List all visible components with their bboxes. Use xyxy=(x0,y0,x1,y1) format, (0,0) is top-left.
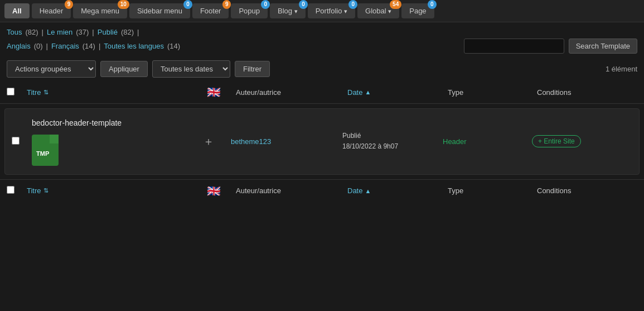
table-row: bedoctor-header-template TMP ＋ betheme12… xyxy=(4,108,640,175)
footer-checkbox-cell xyxy=(7,186,27,195)
title-sort-icon: ⇅ xyxy=(43,89,49,96)
row-checkbox-cell xyxy=(12,137,32,146)
footer-author-column-header: Auteur/autrice xyxy=(236,186,347,195)
footer-title-column-header[interactable]: Titre ⇅ xyxy=(27,186,191,195)
footer-select-all-checkbox[interactable] xyxy=(7,186,14,194)
action-bar: Actions groupées Appliquer Toutes les da… xyxy=(0,57,644,81)
global-badge: 54 xyxy=(390,0,401,9)
popup-label: Popup xyxy=(239,7,260,15)
mega-menu-badge: 10 xyxy=(118,0,129,9)
row-author: betheme123 xyxy=(231,137,342,146)
filter-button[interactable]: Filtrer xyxy=(235,61,270,77)
header-badge: 9 xyxy=(65,0,74,9)
templates-table: Titre ⇅ 🇬🇧 Auteur/autrice Date ▲ Type Co… xyxy=(0,81,644,202)
table-header-row: Titre ⇅ 🇬🇧 Auteur/autrice Date ▲ Type Co… xyxy=(0,81,644,104)
type-link[interactable]: Header xyxy=(443,137,467,146)
file-icon: TMP xyxy=(32,135,186,168)
global-label: Global xyxy=(365,7,386,15)
nav-btn-footer[interactable]: Footer 9 xyxy=(192,3,229,18)
type-column-header: Type xyxy=(448,88,537,97)
nav-btn-header[interactable]: Header 9 xyxy=(32,3,71,18)
footer-conditions-column-header: Conditions xyxy=(537,186,637,195)
language-filter-bar: Anglais (0) | Français (14) | Toutes les… xyxy=(7,42,180,50)
page-badge: 0 xyxy=(428,0,437,9)
row-checkbox[interactable] xyxy=(12,137,20,145)
nav-btn-portfolio[interactable]: Portfolio 0 xyxy=(308,3,355,18)
nav-btn-sidebar-menu[interactable]: Sidebar menu 0 xyxy=(129,3,190,18)
date-filter-select[interactable]: Toutes les dates xyxy=(152,60,230,78)
sidebar-menu-label: Sidebar menu xyxy=(137,7,182,15)
apply-button[interactable]: Appliquer xyxy=(100,61,148,77)
element-count: 1 élément xyxy=(606,65,637,73)
flag-column-header: 🇬🇧 xyxy=(191,85,236,99)
popup-badge: 0 xyxy=(261,0,270,9)
filter-toutes-langues[interactable]: Toutes les langues xyxy=(104,42,164,50)
date-value: 18/10/2022 à 9h07 xyxy=(342,142,398,150)
portfolio-badge: 0 xyxy=(348,0,357,9)
row-conditions: + Entire Site xyxy=(532,135,632,147)
portfolio-label: Portfolio xyxy=(316,7,342,15)
nav-btn-blog[interactable]: Blog 0 xyxy=(270,3,306,18)
date-sort-icon: ▲ xyxy=(365,89,371,95)
filter-le-mien[interactable]: Le mien xyxy=(47,28,72,36)
search-area: Search Template xyxy=(464,39,637,54)
header-label: Header xyxy=(40,7,64,15)
date-status: Publié xyxy=(342,131,443,141)
footer-label: Footer xyxy=(200,7,221,15)
row-title: bedoctor-header-template xyxy=(32,116,126,129)
nav-btn-global[interactable]: Global 54 xyxy=(357,3,399,18)
nav-btn-page[interactable]: Page 0 xyxy=(401,3,434,18)
le-mien-count: (37) xyxy=(76,28,89,36)
footer-title-sort-icon: ⇅ xyxy=(43,187,49,194)
status-filter-bar: Tous (82) | Le mien (37) | Publié (82) | xyxy=(0,22,644,39)
sidebar-menu-badge: 0 xyxy=(183,0,192,9)
table-footer-header-row: Titre ⇅ 🇬🇧 Auteur/autrice Date ▲ Type Co… xyxy=(0,179,644,202)
mega-menu-label: Mega menu xyxy=(81,7,119,15)
footer-date-sort-icon: ▲ xyxy=(365,188,371,194)
author-column-header: Auteur/autrice xyxy=(236,88,347,97)
top-navigation: All Header 9 Mega menu 10 Sidebar menu 0… xyxy=(0,0,644,22)
blog-badge: 0 xyxy=(299,0,308,9)
footer-date-column-header[interactable]: Date ▲ xyxy=(347,186,448,195)
author-link[interactable]: betheme123 xyxy=(231,137,271,146)
nav-btn-popup[interactable]: Popup 0 xyxy=(231,3,268,18)
row-lang-flag[interactable]: ＋ xyxy=(186,134,231,149)
svg-rect-2 xyxy=(50,135,59,143)
title-column-header[interactable]: Titre ⇅ xyxy=(27,88,191,97)
footer-flag-column-header: 🇬🇧 xyxy=(191,184,236,198)
svg-text:TMP: TMP xyxy=(36,150,49,157)
publie-count: (82) xyxy=(121,28,134,36)
filter-publie[interactable]: Publié xyxy=(98,28,118,36)
row-type: Header xyxy=(443,137,532,146)
date-column-header[interactable]: Date ▲ xyxy=(347,88,448,97)
nav-btn-all[interactable]: All xyxy=(4,3,30,18)
page-label: Page xyxy=(409,7,426,15)
filter-francais[interactable]: Français xyxy=(51,42,79,50)
row-date: Publié 18/10/2022 à 9h07 xyxy=(342,131,443,152)
footer-type-column-header: Type xyxy=(448,186,537,195)
search-input[interactable] xyxy=(464,39,564,54)
filter-tous[interactable]: Tous xyxy=(7,28,22,36)
condition-badge[interactable]: + Entire Site xyxy=(532,135,581,147)
select-all-checkbox[interactable] xyxy=(7,88,14,95)
nav-btn-mega-menu[interactable]: Mega menu 10 xyxy=(73,3,127,18)
conditions-column-header: Conditions xyxy=(537,88,637,97)
filter-anglais[interactable]: Anglais xyxy=(7,42,31,50)
search-template-button[interactable]: Search Template xyxy=(569,39,637,54)
header-checkbox-cell xyxy=(7,88,27,97)
blog-label: Blog xyxy=(278,7,292,15)
group-actions-select[interactable]: Actions groupées xyxy=(7,60,96,78)
tous-count: (82) xyxy=(25,28,38,36)
footer-badge: 9 xyxy=(222,0,231,9)
